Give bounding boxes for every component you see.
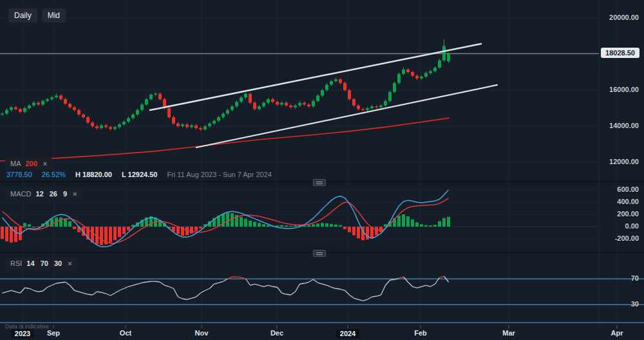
chart-canvas[interactable]	[0, 0, 644, 340]
macd-axis-label: 600.00	[617, 185, 639, 193]
macd-params: 12 26 9	[35, 190, 67, 198]
time-axis-month-label: Oct	[120, 329, 131, 337]
panel-resize-handle[interactable]	[313, 179, 326, 186]
price-axis-label: 20000.00	[609, 14, 639, 21]
price-axis-label: 16000.00	[609, 86, 639, 93]
legend-change-pct: 26.52%	[42, 171, 66, 178]
macd-axis-label: 0.00	[625, 222, 639, 230]
price-axis-label: 14000.00	[609, 122, 639, 129]
time-axis-month-label: Apr	[611, 329, 623, 337]
time-axis[interactable]	[0, 325, 644, 340]
price-legend: 3778.50 26.52% H 18820.00 L 12924.50 Fri…	[6, 171, 272, 178]
timeframe-mid-button[interactable]: Mid	[42, 8, 66, 23]
legend-period-high: H 18820.00	[75, 171, 112, 178]
rsi-indicator-badge: RSI 14 70 30 ×	[5, 258, 77, 269]
ma-label: MA	[10, 160, 21, 167]
time-axis-month-label: Nov	[195, 329, 209, 337]
time-axis-year-label: 2024	[336, 329, 359, 338]
timeframe-toolbar: Daily Mid	[8, 8, 66, 23]
ma-close-icon[interactable]: ×	[43, 160, 47, 167]
ma-period: 200	[26, 160, 37, 167]
macd-indicator-badge: MACD 12 26 9 ×	[5, 188, 82, 200]
legend-period-low: L 12924.50	[122, 171, 157, 178]
time-axis-month-label: Mar	[502, 329, 515, 337]
panel-resize-handle[interactable]	[313, 250, 326, 257]
macd-axis-label: 200.00	[617, 210, 639, 218]
macd-axis-label: -200.00	[615, 234, 639, 242]
legend-date-range: Fri 11 Aug 2023 - Sun 7 Apr 2024	[167, 171, 271, 178]
legend-last-value: 3778.50	[6, 171, 32, 178]
rsi-label: RSI	[10, 260, 22, 267]
price-axis-label: 12000.00	[609, 158, 639, 165]
time-axis-month-label: Feb	[414, 329, 427, 337]
macd-label: MACD	[10, 190, 31, 198]
macd-axis-label: 400.00	[617, 198, 639, 205]
time-axis-year-label: 2023	[11, 329, 34, 338]
ma-indicator-badge: MA 200 ×	[5, 158, 52, 169]
macd-close-icon[interactable]: ×	[73, 190, 77, 198]
rsi-axis-label: 70	[631, 274, 639, 282]
rsi-axis-label: 30	[631, 300, 639, 308]
rsi-params: 14 70 30	[26, 260, 62, 267]
timeframe-daily-button[interactable]: Daily	[8, 8, 37, 23]
time-axis-month-label: Sep	[47, 329, 60, 337]
time-axis-month-label: Dec	[270, 329, 283, 337]
rsi-close-icon[interactable]: ×	[68, 260, 71, 267]
trading-chart-app: Daily Mid MA 200 × 3778.50 26.52% H 1882…	[0, 0, 644, 340]
